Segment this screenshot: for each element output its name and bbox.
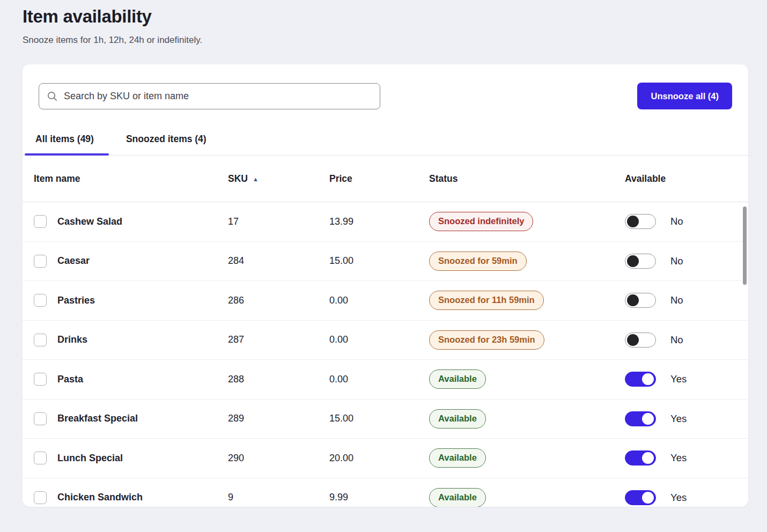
item-price: 0.00 bbox=[329, 295, 429, 306]
availability-toggle[interactable] bbox=[625, 490, 656, 505]
toggle-knob bbox=[627, 294, 639, 306]
item-price: 0.00 bbox=[329, 334, 429, 345]
item-sku: 284 bbox=[228, 255, 329, 267]
available-cell: Yes bbox=[625, 372, 748, 387]
checkbox-cell bbox=[34, 412, 57, 425]
table-row: Pastries 286 0.00 Snoozed for 11h 59min … bbox=[23, 281, 748, 321]
item-name: Drinks bbox=[57, 334, 228, 345]
card-toolbar: Unsnooze all (4) bbox=[23, 64, 748, 109]
availability-toggle[interactable] bbox=[625, 450, 656, 466]
item-price: 13.99 bbox=[329, 216, 429, 227]
status-badge: Snoozed indefinitely bbox=[429, 212, 533, 231]
item-price: 0.00 bbox=[329, 374, 429, 385]
status-badge: Available bbox=[429, 448, 486, 468]
column-header-item-name[interactable]: Item name bbox=[34, 173, 228, 184]
search-input[interactable] bbox=[64, 91, 372, 102]
page-subtitle: Snooze items for 1h, 12h, 24h or indefin… bbox=[23, 35, 767, 46]
item-sku: 289 bbox=[228, 413, 329, 424]
table-row: Lunch Special 290 20.00 Available Yes bbox=[23, 439, 748, 478]
row-checkbox[interactable] bbox=[34, 334, 47, 346]
table-row: Drinks 287 0.00 Snoozed for 23h 59min No bbox=[23, 321, 748, 360]
page-header: Item availability Snooze items for 1h, 1… bbox=[0, 0, 767, 46]
availability-toggle[interactable] bbox=[625, 411, 656, 426]
availability-label: No bbox=[670, 334, 683, 346]
availability-label: No bbox=[670, 255, 683, 267]
checkbox-cell bbox=[34, 334, 57, 346]
status-badge: Available bbox=[429, 488, 486, 507]
item-name: Chicken Sandwich bbox=[57, 492, 228, 503]
available-cell: No bbox=[625, 332, 748, 348]
checkbox-cell bbox=[34, 215, 57, 228]
status-cell: Available bbox=[429, 448, 625, 468]
item-name: Caesar bbox=[57, 255, 228, 267]
toggle-knob bbox=[627, 255, 639, 267]
item-name: Pastries bbox=[57, 295, 228, 306]
row-checkbox[interactable] bbox=[34, 255, 47, 268]
status-badge: Snoozed for 11h 59min bbox=[429, 291, 544, 310]
scrollbar-thumb[interactable] bbox=[743, 206, 747, 285]
availability-label: Yes bbox=[670, 492, 687, 504]
column-header-sku-label: SKU bbox=[228, 173, 248, 184]
availability-label: No bbox=[670, 216, 683, 227]
availability-toggle[interactable] bbox=[625, 254, 656, 269]
availability-toggle[interactable] bbox=[625, 293, 656, 308]
availability-toggle[interactable] bbox=[625, 214, 656, 229]
table-header: Item name SKU ▲ Price Status Available bbox=[23, 156, 748, 202]
column-header-price[interactable]: Price bbox=[329, 173, 429, 184]
status-cell: Available bbox=[429, 370, 625, 389]
sort-ascending-icon: ▲ bbox=[253, 175, 259, 182]
row-checkbox[interactable] bbox=[34, 373, 47, 386]
item-name: Breakfast Special bbox=[57, 413, 228, 424]
toggle-knob bbox=[642, 492, 654, 504]
table-body: Cashew Salad 17 13.99 Snoozed indefinite… bbox=[23, 202, 748, 507]
available-cell: No bbox=[625, 214, 748, 229]
checkbox-cell bbox=[34, 452, 57, 464]
checkbox-cell bbox=[34, 294, 57, 307]
item-price: 15.00 bbox=[329, 255, 429, 267]
row-checkbox[interactable] bbox=[34, 215, 47, 228]
availability-toggle[interactable] bbox=[625, 372, 656, 387]
row-checkbox[interactable] bbox=[34, 294, 47, 307]
item-sku: 290 bbox=[228, 453, 329, 464]
item-price: 15.00 bbox=[329, 413, 429, 424]
item-sku: 287 bbox=[228, 334, 329, 345]
tab-snoozed-items[interactable]: Snoozed items (4) bbox=[126, 127, 206, 155]
available-cell: Yes bbox=[625, 411, 748, 426]
item-sku: 286 bbox=[228, 295, 329, 306]
status-cell: Available bbox=[429, 488, 625, 507]
column-header-status[interactable]: Status bbox=[429, 173, 625, 184]
toggle-knob bbox=[627, 334, 639, 346]
status-cell: Available bbox=[429, 409, 625, 428]
search-icon bbox=[47, 91, 58, 102]
unsnooze-all-button[interactable]: Unsnooze all (4) bbox=[637, 83, 732, 109]
table-row: Pasta 288 0.00 Available Yes bbox=[23, 360, 748, 400]
status-cell: Snoozed indefinitely bbox=[429, 212, 625, 231]
availability-label: Yes bbox=[670, 373, 687, 385]
status-cell: Snoozed for 11h 59min bbox=[429, 291, 625, 310]
tab-all-items[interactable]: All items (49) bbox=[35, 127, 94, 155]
item-name: Lunch Special bbox=[57, 453, 228, 464]
column-header-sku[interactable]: SKU ▲ bbox=[228, 173, 329, 184]
checkbox-cell bbox=[34, 255, 57, 268]
status-badge: Available bbox=[429, 409, 486, 428]
row-checkbox[interactable] bbox=[34, 491, 47, 504]
toggle-knob bbox=[642, 452, 654, 464]
search-box[interactable] bbox=[39, 83, 380, 109]
table-row: Caesar 284 15.00 Snoozed for 59min No bbox=[23, 242, 748, 282]
table-row: Breakfast Special 289 15.00 Available Ye… bbox=[23, 400, 748, 439]
item-name: Cashew Salad bbox=[57, 216, 228, 227]
status-cell: Snoozed for 23h 59min bbox=[429, 330, 625, 350]
availability-label: No bbox=[670, 294, 683, 306]
availability-label: Yes bbox=[670, 452, 687, 464]
status-badge: Available bbox=[429, 370, 486, 389]
availability-toggle[interactable] bbox=[625, 332, 656, 348]
row-checkbox[interactable] bbox=[34, 452, 47, 464]
status-cell: Snoozed for 59min bbox=[429, 252, 625, 271]
row-checkbox[interactable] bbox=[34, 412, 47, 425]
item-name: Pasta bbox=[57, 374, 228, 385]
availability-label: Yes bbox=[670, 413, 687, 425]
column-header-available[interactable]: Available bbox=[625, 173, 748, 184]
checkbox-cell bbox=[34, 373, 57, 386]
status-badge: Snoozed for 59min bbox=[429, 252, 527, 271]
item-price: 9.99 bbox=[329, 492, 429, 503]
